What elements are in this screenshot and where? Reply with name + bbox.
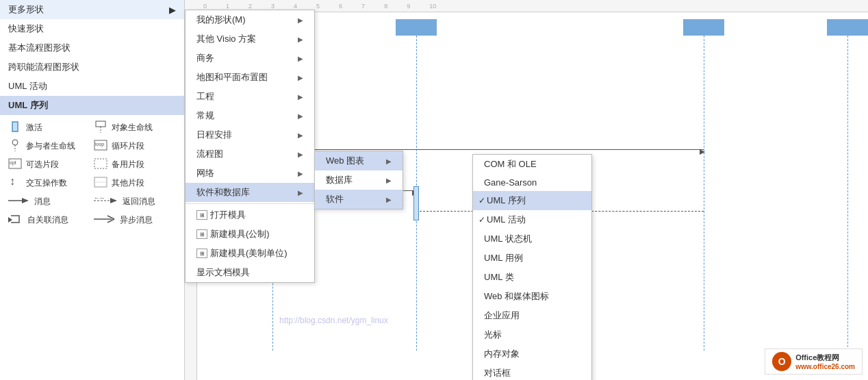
menu-item-dialog[interactable]: 对话框: [473, 364, 591, 380]
menu-item-network[interactable]: 网络 ▶: [186, 164, 314, 183]
chevron-right-icon: ▶: [386, 157, 392, 165]
lifeline-rect-2[interactable]: [396, 19, 437, 36]
menu-item-uml-class[interactable]: UML 类: [473, 268, 591, 287]
office-icon: O: [772, 352, 791, 371]
svg-text:loop: loop: [95, 142, 104, 147]
menu-item-web-media-icons[interactable]: Web 和媒体图标: [473, 287, 591, 306]
checkmark-icon-2: ✓: [478, 215, 485, 225]
chevron-right-icon: ▶: [298, 16, 303, 24]
interaction-operand-icon: ↕: [8, 176, 22, 190]
menu-item-new-stencil-metric[interactable]: ⊞ 新建模具(公制): [186, 225, 314, 244]
chevron-right-icon: ▶: [169, 5, 176, 15]
shape-lifeline[interactable]: 对象生命线: [94, 121, 177, 135]
watermark-text: http://blog.csdn.net/ygm_linux: [279, 316, 388, 325]
shape-other-fragment[interactable]: 其他片段: [94, 176, 177, 190]
menu-item-show-doc-stencil[interactable]: 显示文档模具: [186, 263, 314, 282]
menu-item-cursor[interactable]: 光标: [473, 325, 591, 344]
return-message-icon: ←--: [94, 194, 118, 209]
opt-fragment-icon: opt: [8, 157, 22, 172]
svg-text:opt: opt: [10, 160, 16, 166]
shape-activate[interactable]: 激活: [8, 121, 91, 135]
participant-lifeline-icon: [8, 139, 22, 153]
shape-loop-fragment[interactable]: loop 循环片段: [94, 139, 177, 153]
new-stencil-us-icon-box: ⊞ 新建模具(美制单位): [196, 247, 288, 259]
message-arrow-1: [272, 149, 704, 150]
open-stencil-icon-box: ⊞ 打开模具: [196, 209, 246, 221]
menu-item-my-shapes[interactable]: 我的形状(M) ▶: [186, 10, 314, 29]
sidebar-item-uml-sequence[interactable]: UML 序列: [0, 96, 184, 115]
chevron-right-icon: ▶: [298, 189, 303, 197]
shape-legend: 激活 对象生命线 参与者生命线: [0, 115, 184, 233]
chevron-right-icon: ▶: [298, 55, 303, 62]
menu-item-uml-usecase[interactable]: UML 用例: [473, 249, 591, 268]
shape-backup-fragment[interactable]: 备用片段: [94, 157, 177, 172]
menu-item-database[interactable]: 数据库 ▶: [315, 170, 403, 190]
chevron-right-icon: ▶: [298, 93, 303, 101]
lifeline-icon: [94, 121, 107, 135]
open-stencil-icon: ⊞: [196, 210, 207, 220]
menu-item-other-visio[interactable]: 其他 Visio 方案 ▶: [186, 29, 314, 49]
menu-item-schedule[interactable]: 日程安排 ▶: [186, 125, 314, 144]
self-message-icon: [8, 213, 23, 227]
chevron-right-icon: ▶: [298, 131, 303, 139]
menu-item-uml-sequence[interactable]: ✓ UML 序列: [473, 191, 591, 210]
sidebar-item-uml-activity[interactable]: UML 活动: [0, 77, 184, 96]
menu-separator-1: [186, 203, 314, 204]
svg-text:↕: ↕: [10, 176, 15, 187]
menu-item-flowchart[interactable]: 流程图 ▶: [186, 144, 314, 164]
menu-item-business[interactable]: 商务 ▶: [186, 49, 314, 68]
activation-box-2: [413, 186, 419, 220]
backup-fragment-icon: [94, 157, 107, 172]
chevron-right-icon: ▶: [298, 36, 303, 43]
lifeline-rect-3[interactable]: [683, 19, 724, 36]
new-stencil-metric-icon: ⊞: [196, 229, 207, 239]
context-menu-software-db: Web 图表 ▶ 数据库 ▶ 软件 ▶: [314, 151, 403, 210]
menu-item-engineering[interactable]: 工程 ▶: [186, 87, 314, 106]
shape-interaction-operand[interactable]: ↕ 交互操作数: [8, 176, 91, 190]
shape-self-message[interactable]: 自关联消息: [8, 213, 91, 227]
chevron-right-icon: ▶: [386, 177, 392, 184]
menu-item-enterprise-app[interactable]: 企业应用: [473, 306, 591, 325]
sidebar-item-basic-flowchart[interactable]: 基本流程图形状: [0, 38, 184, 58]
svg-rect-1: [96, 121, 105, 127]
menu-item-software[interactable]: 软件 ▶: [315, 190, 403, 209]
chevron-right-icon: ▶: [386, 196, 392, 203]
shape-opt-fragment[interactable]: opt 可选片段: [8, 157, 91, 172]
sidebar-item-more-shapes[interactable]: 更多形状 ▶: [0, 0, 184, 19]
chevron-right-icon: ▶: [298, 170, 303, 177]
menu-item-general[interactable]: 常规 ▶: [186, 106, 314, 125]
menu-item-uml-state[interactable]: UML 状态机: [473, 229, 591, 249]
office-url: www.office26.com: [795, 363, 855, 370]
async-message-icon: [94, 213, 116, 227]
menu-item-software-db[interactable]: 软件和数据库 ▶: [186, 183, 314, 202]
sidebar-item-quick-shapes[interactable]: 快速形状: [0, 19, 184, 38]
context-menu-software-list: COM 和 OLE Gane-Sarson ✓ UML 序列 ✓ UML 活动 …: [472, 154, 592, 380]
svg-rect-0: [12, 122, 18, 131]
menu-item-new-stencil-us[interactable]: ⊞ 新建模具(美制单位): [186, 244, 314, 263]
svg-rect-9: [94, 159, 107, 168]
svg-point-3: [12, 140, 18, 145]
svg-marker-14: [22, 198, 29, 203]
menu-item-web-charts[interactable]: Web 图表 ▶: [315, 151, 403, 170]
menu-item-memory-object[interactable]: 内存对象: [473, 344, 591, 364]
message-icon: [8, 194, 30, 209]
loop-fragment-icon: loop: [94, 139, 107, 153]
other-fragment-icon: [94, 176, 107, 190]
svg-text:←--: ←--: [94, 194, 104, 201]
office-name: Office教程网: [795, 353, 855, 363]
menu-item-com-ole[interactable]: COM 和 OLE: [473, 155, 591, 174]
shape-message[interactable]: 消息: [8, 194, 91, 209]
menu-item-map-layout[interactable]: 地图和平面布置图 ▶: [186, 68, 314, 87]
menu-item-uml-activity-list[interactable]: ✓ UML 活动: [473, 210, 591, 229]
shape-async-message[interactable]: 异步消息: [94, 213, 177, 227]
shape-participant-lifeline[interactable]: 参与者生命线: [8, 139, 91, 153]
menu-item-gane-sarson[interactable]: Gane-Sarson: [473, 174, 591, 191]
chevron-right-icon: ▶: [298, 74, 303, 81]
menu-item-open-stencil[interactable]: ⊞ 打开模具: [186, 205, 314, 225]
sidebar-item-cross-functional[interactable]: 跨职能流程图形状: [0, 58, 184, 77]
new-stencil-us-icon: ⊞: [196, 249, 207, 258]
context-menu-shapes: 我的形状(M) ▶ 其他 Visio 方案 ▶ 商务 ▶ 地图和平面布置图 ▶ …: [185, 10, 315, 283]
shape-return-message[interactable]: ←-- 返回消息: [94, 194, 177, 209]
lifeline-rect-4[interactable]: [827, 19, 868, 36]
sidebar: 更多形状 ▶ 快速形状 基本流程图形状 跨职能流程图形状 UML 活动 UML …: [0, 0, 185, 380]
